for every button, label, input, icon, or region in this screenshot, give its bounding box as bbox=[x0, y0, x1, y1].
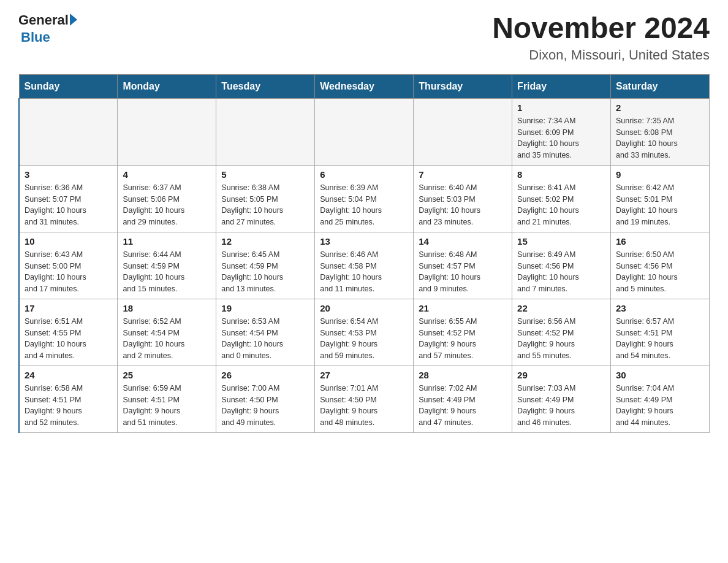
calendar-cell: 12Sunrise: 6:45 AMSunset: 4:59 PMDayligh… bbox=[216, 232, 315, 299]
day-number: 4 bbox=[123, 169, 211, 180]
calendar-cell: 23Sunrise: 6:57 AMSunset: 4:51 PMDayligh… bbox=[611, 299, 710, 366]
calendar-cell: 19Sunrise: 6:53 AMSunset: 4:54 PMDayligh… bbox=[216, 299, 315, 366]
day-info: Sunrise: 6:43 AMSunset: 5:00 PMDaylight:… bbox=[25, 249, 112, 295]
day-info: Sunrise: 7:03 AMSunset: 4:49 PMDaylight:… bbox=[517, 383, 605, 429]
day-info: Sunrise: 7:04 AMSunset: 4:49 PMDaylight:… bbox=[616, 383, 704, 429]
calendar-cell: 29Sunrise: 7:03 AMSunset: 4:49 PMDayligh… bbox=[512, 366, 611, 432]
calendar-cell: 24Sunrise: 6:58 AMSunset: 4:51 PMDayligh… bbox=[19, 366, 118, 432]
calendar-week-1: 1Sunrise: 7:34 AMSunset: 6:09 PMDaylight… bbox=[19, 98, 710, 165]
title-section: November 2024 Dixon, Missouri, United St… bbox=[492, 12, 710, 63]
day-number: 21 bbox=[419, 303, 507, 313]
day-info: Sunrise: 6:36 AMSunset: 5:07 PMDaylight:… bbox=[25, 182, 112, 228]
day-number: 3 bbox=[25, 169, 112, 180]
day-number: 13 bbox=[320, 236, 408, 247]
day-number: 23 bbox=[616, 303, 704, 313]
calendar-cell: 7Sunrise: 6:40 AMSunset: 5:03 PMDaylight… bbox=[414, 165, 512, 232]
day-info: Sunrise: 6:48 AMSunset: 4:57 PMDaylight:… bbox=[419, 249, 507, 295]
day-number: 2 bbox=[616, 102, 704, 113]
day-info: Sunrise: 6:55 AMSunset: 4:52 PMDaylight:… bbox=[419, 316, 507, 362]
day-info: Sunrise: 6:37 AMSunset: 5:06 PMDaylight:… bbox=[123, 182, 211, 228]
day-number: 8 bbox=[517, 169, 605, 180]
header-sunday: Sunday bbox=[19, 74, 118, 98]
header-saturday: Saturday bbox=[611, 74, 710, 98]
header-monday: Monday bbox=[118, 74, 216, 98]
calendar-cell: 2Sunrise: 7:35 AMSunset: 6:08 PMDaylight… bbox=[611, 98, 710, 165]
header-wednesday: Wednesday bbox=[315, 74, 414, 98]
day-info: Sunrise: 7:34 AMSunset: 6:09 PMDaylight:… bbox=[517, 115, 605, 161]
day-number: 1 bbox=[517, 102, 605, 113]
day-number: 5 bbox=[221, 169, 309, 180]
calendar-cell: 26Sunrise: 7:00 AMSunset: 4:50 PMDayligh… bbox=[216, 366, 315, 432]
calendar-cell: 5Sunrise: 6:38 AMSunset: 5:05 PMDaylight… bbox=[216, 165, 315, 232]
day-number: 16 bbox=[616, 236, 704, 247]
calendar-table: SundayMondayTuesdayWednesdayThursdayFrid… bbox=[18, 74, 710, 433]
calendar-cell: 25Sunrise: 6:59 AMSunset: 4:51 PMDayligh… bbox=[118, 366, 216, 432]
day-number: 17 bbox=[25, 303, 112, 313]
calendar-cell: 8Sunrise: 6:41 AMSunset: 5:02 PMDaylight… bbox=[512, 165, 611, 232]
day-info: Sunrise: 6:59 AMSunset: 4:51 PMDaylight:… bbox=[123, 383, 211, 429]
day-number: 22 bbox=[517, 303, 605, 313]
calendar-cell: 9Sunrise: 6:42 AMSunset: 5:01 PMDaylight… bbox=[611, 165, 710, 232]
calendar-cell bbox=[414, 98, 512, 165]
day-info: Sunrise: 6:39 AMSunset: 5:04 PMDaylight:… bbox=[320, 182, 408, 228]
day-number: 11 bbox=[123, 236, 211, 247]
calendar-cell bbox=[118, 98, 216, 165]
day-info: Sunrise: 6:46 AMSunset: 4:58 PMDaylight:… bbox=[320, 249, 408, 295]
day-number: 14 bbox=[419, 236, 507, 247]
day-number: 28 bbox=[419, 370, 507, 380]
calendar-cell: 30Sunrise: 7:04 AMSunset: 4:49 PMDayligh… bbox=[611, 366, 710, 432]
header-tuesday: Tuesday bbox=[216, 74, 315, 98]
calendar-week-2: 3Sunrise: 6:36 AMSunset: 5:07 PMDaylight… bbox=[19, 165, 710, 232]
day-number: 6 bbox=[320, 169, 408, 180]
day-info: Sunrise: 7:35 AMSunset: 6:08 PMDaylight:… bbox=[616, 115, 704, 161]
day-info: Sunrise: 7:02 AMSunset: 4:49 PMDaylight:… bbox=[419, 383, 507, 429]
day-number: 25 bbox=[123, 370, 211, 380]
calendar-cell: 6Sunrise: 6:39 AMSunset: 5:04 PMDaylight… bbox=[315, 165, 414, 232]
calendar-cell bbox=[19, 98, 118, 165]
page-title: November 2024 bbox=[492, 12, 710, 45]
day-info: Sunrise: 6:50 AMSunset: 4:56 PMDaylight:… bbox=[616, 249, 704, 295]
day-info: Sunrise: 6:42 AMSunset: 5:01 PMDaylight:… bbox=[616, 182, 704, 228]
calendar-cell: 22Sunrise: 6:56 AMSunset: 4:52 PMDayligh… bbox=[512, 299, 611, 366]
calendar-cell: 27Sunrise: 7:01 AMSunset: 4:50 PMDayligh… bbox=[315, 366, 414, 432]
calendar-week-5: 24Sunrise: 6:58 AMSunset: 4:51 PMDayligh… bbox=[19, 366, 710, 432]
calendar-cell: 18Sunrise: 6:52 AMSunset: 4:54 PMDayligh… bbox=[118, 299, 216, 366]
day-number: 12 bbox=[221, 236, 309, 247]
day-info: Sunrise: 6:56 AMSunset: 4:52 PMDaylight:… bbox=[517, 316, 605, 362]
day-info: Sunrise: 6:53 AMSunset: 4:54 PMDaylight:… bbox=[221, 316, 309, 362]
calendar-cell: 13Sunrise: 6:46 AMSunset: 4:58 PMDayligh… bbox=[315, 232, 414, 299]
day-info: Sunrise: 6:41 AMSunset: 5:02 PMDaylight:… bbox=[517, 182, 605, 228]
calendar-cell: 20Sunrise: 6:54 AMSunset: 4:53 PMDayligh… bbox=[315, 299, 414, 366]
day-number: 9 bbox=[616, 169, 704, 180]
calendar-week-4: 17Sunrise: 6:51 AMSunset: 4:55 PMDayligh… bbox=[19, 299, 710, 366]
day-number: 15 bbox=[517, 236, 605, 247]
calendar-cell: 16Sunrise: 6:50 AMSunset: 4:56 PMDayligh… bbox=[611, 232, 710, 299]
calendar-cell bbox=[315, 98, 414, 165]
calendar-cell: 1Sunrise: 7:34 AMSunset: 6:09 PMDaylight… bbox=[512, 98, 611, 165]
header-friday: Friday bbox=[512, 74, 611, 98]
calendar-cell: 10Sunrise: 6:43 AMSunset: 5:00 PMDayligh… bbox=[19, 232, 118, 299]
logo-general-text: General bbox=[18, 12, 69, 28]
calendar-cell: 14Sunrise: 6:48 AMSunset: 4:57 PMDayligh… bbox=[414, 232, 512, 299]
day-info: Sunrise: 6:57 AMSunset: 4:51 PMDaylight:… bbox=[616, 316, 704, 362]
day-info: Sunrise: 6:52 AMSunset: 4:54 PMDaylight:… bbox=[123, 316, 211, 362]
day-info: Sunrise: 7:01 AMSunset: 4:50 PMDaylight:… bbox=[320, 383, 408, 429]
calendar-cell bbox=[216, 98, 315, 165]
day-number: 29 bbox=[517, 370, 605, 380]
day-number: 24 bbox=[25, 370, 112, 380]
day-number: 27 bbox=[320, 370, 408, 380]
day-info: Sunrise: 6:49 AMSunset: 4:56 PMDaylight:… bbox=[517, 249, 605, 295]
day-info: Sunrise: 6:44 AMSunset: 4:59 PMDaylight:… bbox=[123, 249, 211, 295]
day-info: Sunrise: 6:54 AMSunset: 4:53 PMDaylight:… bbox=[320, 316, 408, 362]
day-number: 7 bbox=[419, 169, 507, 180]
calendar-header: SundayMondayTuesdayWednesdayThursdayFrid… bbox=[19, 74, 710, 98]
calendar-cell: 15Sunrise: 6:49 AMSunset: 4:56 PMDayligh… bbox=[512, 232, 611, 299]
day-number: 10 bbox=[25, 236, 112, 247]
day-number: 20 bbox=[320, 303, 408, 313]
logo-flag-icon bbox=[70, 13, 77, 26]
day-info: Sunrise: 6:51 AMSunset: 4:55 PMDaylight:… bbox=[25, 316, 112, 362]
day-info: Sunrise: 7:00 AMSunset: 4:50 PMDaylight:… bbox=[221, 383, 309, 429]
calendar-cell: 17Sunrise: 6:51 AMSunset: 4:55 PMDayligh… bbox=[19, 299, 118, 366]
logo: General Blue bbox=[18, 12, 77, 45]
day-info: Sunrise: 6:45 AMSunset: 4:59 PMDaylight:… bbox=[221, 249, 309, 295]
